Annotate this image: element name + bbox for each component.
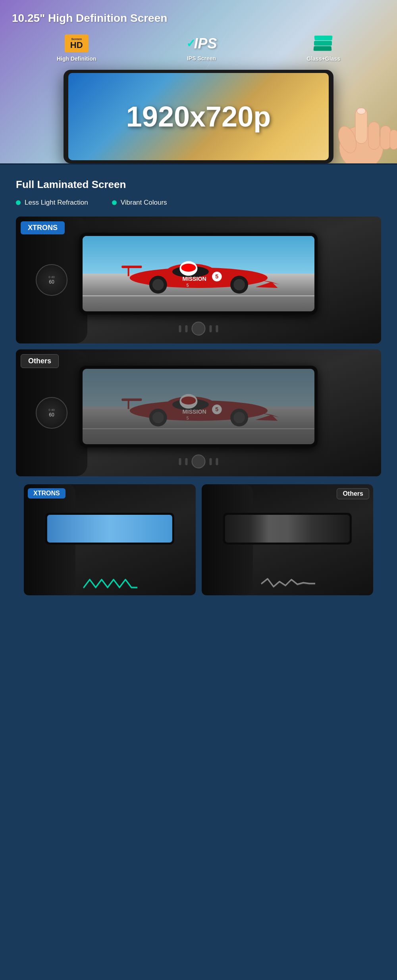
xtrons-car-image: XTRONS XTRONS 0 4060 bbox=[16, 217, 381, 343]
hd-label: High Definition bbox=[57, 56, 96, 62]
glass-layer-2 bbox=[314, 41, 332, 46]
feature-dot-1 bbox=[16, 200, 21, 205]
svg-rect-2 bbox=[368, 122, 380, 150]
others-badge-bottom: Others bbox=[337, 488, 369, 499]
svg-point-36 bbox=[233, 412, 245, 423]
svg-marker-30 bbox=[255, 415, 278, 421]
others-car-image: Others XTRONS 0 4060 bbox=[16, 349, 381, 476]
svg-point-17 bbox=[152, 279, 164, 290]
resolution-text: 1920x720p bbox=[126, 100, 271, 133]
svg-marker-13 bbox=[255, 282, 278, 288]
feature-dot-2 bbox=[112, 200, 117, 205]
feature-less-light: Less Light Refraction bbox=[16, 199, 88, 207]
hd-icon-item: Screen HD High Definition bbox=[57, 35, 96, 62]
features-row: Less Light Refraction Vibrant Colours bbox=[16, 199, 381, 207]
others-comparison-card: Others XTRONS bbox=[202, 484, 374, 595]
svg-rect-3 bbox=[380, 126, 391, 150]
xtrons-comparison-card: XTRONS XTRONS bbox=[24, 484, 196, 595]
svg-text:MISSION: MISSION bbox=[182, 408, 206, 414]
svg-point-11 bbox=[181, 264, 196, 272]
touch-hand bbox=[326, 92, 397, 163]
car-screen-device: 1920x720p XTRONS bbox=[64, 70, 333, 163]
glass-layer-1 bbox=[314, 35, 332, 40]
svg-point-28 bbox=[181, 397, 196, 405]
svg-rect-4 bbox=[390, 130, 397, 150]
hd-badge: Screen HD bbox=[65, 35, 89, 52]
ips-text: IPS bbox=[194, 35, 217, 52]
feature-text-1: Less Light Refraction bbox=[25, 199, 88, 207]
glass-label: Glass+Glass bbox=[307, 56, 340, 62]
svg-point-6 bbox=[357, 108, 366, 114]
glass-layer-3 bbox=[313, 46, 331, 51]
feature-vibrant: Vibrant Colours bbox=[112, 199, 167, 207]
svg-rect-31 bbox=[121, 399, 142, 401]
hero-section: 10.25" High Definition Screen Screen HD … bbox=[0, 0, 397, 163]
comparison-row: XTRONS XTRONS bbox=[16, 484, 381, 603]
laminated-section: Full Laminated Screen Less Light Refract… bbox=[0, 165, 397, 611]
svg-rect-32 bbox=[127, 401, 129, 409]
svg-text:5: 5 bbox=[215, 406, 218, 412]
car-screen-inner: 1920x720p XTRONS bbox=[68, 73, 329, 160]
glass-icon bbox=[312, 35, 334, 52]
svg-point-34 bbox=[152, 412, 164, 423]
hd-main-text: HD bbox=[70, 41, 83, 50]
xtrons-wave-indicator bbox=[41, 575, 178, 591]
others-badge-top: Others bbox=[21, 354, 59, 368]
svg-text:5: 5 bbox=[186, 283, 189, 288]
svg-rect-14 bbox=[121, 266, 142, 268]
icons-row: Screen HD High Definition ✓ IPS IPS Scre… bbox=[12, 35, 385, 62]
svg-text:5: 5 bbox=[215, 273, 218, 280]
others-wave-indicator bbox=[219, 575, 356, 591]
ips-badge: ✓ IPS bbox=[186, 35, 217, 52]
svg-text:5: 5 bbox=[186, 416, 189, 420]
svg-rect-15 bbox=[127, 268, 129, 276]
svg-text:MISSION: MISSION bbox=[182, 275, 206, 282]
xtrons-badge-bottom: XTRONS bbox=[28, 488, 66, 499]
glass-layers-visual bbox=[314, 36, 333, 52]
hero-title: 10.25" High Definition Screen bbox=[12, 12, 385, 25]
screen-wrapper: 1920x720p XTRONS bbox=[12, 70, 385, 163]
xtrons-badge-top: XTRONS bbox=[21, 221, 65, 234]
svg-point-19 bbox=[233, 279, 245, 290]
feature-text-2: Vibrant Colours bbox=[121, 199, 167, 207]
glass-icon-item: Glass+Glass bbox=[307, 35, 340, 62]
laminated-title: Full Laminated Screen bbox=[16, 178, 381, 191]
